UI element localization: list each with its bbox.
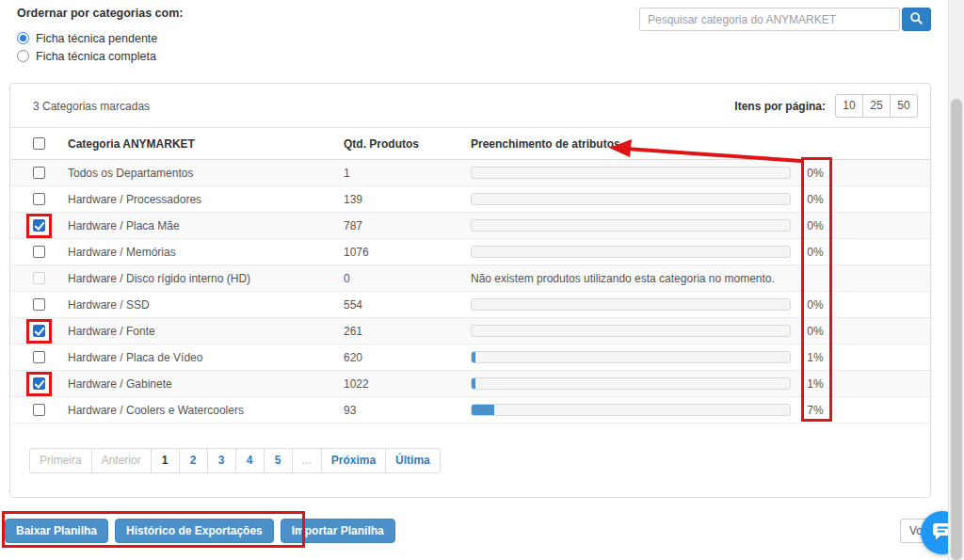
- sort-radio-option[interactable]: Ficha técnica pendente: [17, 29, 157, 47]
- row-checkbox[interactable]: [33, 167, 45, 179]
- table-row: Hardware / Gabinete10221%: [10, 371, 930, 397]
- action-button[interactable]: Importar Planilha: [281, 519, 395, 543]
- qty-cell: 620: [344, 351, 362, 364]
- search-bar: [639, 8, 931, 31]
- pagination-anterior: Anterior: [91, 448, 152, 473]
- panel-header: 3 Categorias marcadas Itens por página: …: [10, 84, 930, 128]
- table-row: Todos os Departamentos10%: [10, 160, 930, 186]
- items-per-page-label: Itens por página:: [734, 100, 826, 113]
- annotation-checkbox-box: [26, 372, 52, 396]
- progress-bar: [471, 351, 791, 363]
- progress-bar: [471, 377, 791, 390]
- pagination-primeira: Primeira: [29, 448, 92, 473]
- annotation-checkbox-box: [26, 214, 52, 238]
- row-checkbox[interactable]: [33, 193, 45, 205]
- percent-cell: 0%: [799, 298, 831, 312]
- radio-unselected-icon[interactable]: [17, 50, 29, 62]
- percent-cell: 1%: [799, 377, 831, 391]
- category-cell: Hardware / Memórias: [68, 246, 176, 259]
- action-button[interactable]: Histórico de Exportações: [115, 519, 274, 543]
- qty-cell: 93: [344, 404, 356, 417]
- marked-categories-summary: 3 Categorias marcadas: [33, 100, 150, 113]
- category-cell: Hardware / Gabinete: [68, 377, 172, 391]
- action-button[interactable]: Baixar Planilha: [5, 519, 108, 543]
- search-button[interactable]: [902, 8, 931, 31]
- table-row: Hardware / Placa Mãe7870%: [10, 213, 930, 239]
- progress-bar: [471, 246, 791, 258]
- categories-panel: 3 Categorias marcadas Itens por página: …: [9, 83, 931, 498]
- annotation-checkbox-box: [26, 319, 52, 344]
- pagination-ltima[interactable]: Última: [385, 448, 441, 473]
- pagination-4[interactable]: 4: [235, 448, 265, 473]
- page-size-option-50[interactable]: 50: [890, 94, 918, 118]
- row-checkbox[interactable]: [33, 351, 45, 363]
- qty-cell: 787: [344, 219, 362, 232]
- progress-bar: [471, 219, 791, 232]
- qty-cell: 554: [344, 298, 362, 312]
- progress-fill: [472, 352, 475, 362]
- progress-bar: [471, 167, 791, 179]
- progress-bar: [471, 325, 791, 337]
- page-size-option-10[interactable]: 10: [835, 94, 863, 118]
- sort-radio-group: Ficha técnica pendenteFicha técnica comp…: [17, 29, 157, 65]
- percent-cell: 0%: [799, 193, 831, 206]
- column-header-qty: Qtd. Produtos: [344, 137, 419, 151]
- category-cell: Todos os Departamentos: [68, 167, 193, 180]
- progress-fill: [472, 405, 494, 415]
- percent-cell: 0%: [799, 167, 831, 180]
- pagination: PrimeiraAnterior12345...PróximaÚltima: [29, 448, 441, 473]
- progress-bar: [471, 298, 791, 311]
- progress-bar: [471, 404, 791, 416]
- percent-cell: 0%: [799, 219, 831, 232]
- qty-cell: 1: [344, 167, 350, 180]
- empty-category-message: Não existem produtos utilizando esta cat…: [471, 272, 775, 285]
- pagination-2[interactable]: 2: [179, 448, 208, 473]
- page-scrollbar-track: [948, 0, 964, 560]
- pagination-3[interactable]: 3: [207, 448, 236, 473]
- sort-radio-option[interactable]: Ficha técnica completa: [17, 47, 157, 65]
- table-row: Hardware / Disco rígido interno (HD)0Não…: [10, 265, 930, 292]
- table-row: Hardware / SSD5540%: [10, 292, 930, 318]
- percent-cell: 0%: [799, 246, 831, 259]
- qty-cell: 261: [344, 325, 362, 338]
- radio-selected-icon[interactable]: [17, 32, 29, 44]
- page-size-group: 102550: [835, 94, 918, 118]
- column-header-progress: Preenchimento de atributos: [471, 137, 620, 151]
- table-row: Hardware / Placa de Vídeo6201%: [10, 344, 930, 371]
- pagination-5[interactable]: 5: [264, 448, 293, 473]
- category-cell: Hardware / Fonte: [68, 325, 155, 338]
- progress-bar: [471, 193, 791, 205]
- qty-cell: 1022: [344, 377, 369, 391]
- table-row: Hardware / Memórias10760%: [10, 239, 930, 265]
- search-input[interactable]: [639, 8, 900, 31]
- radio-label: Ficha técnica pendente: [36, 32, 157, 45]
- row-checkbox[interactable]: [33, 246, 45, 258]
- table-header: Categoria ANYMARKET Qtd. Produtos Preenc…: [10, 128, 930, 160]
- pagination-1[interactable]: 1: [151, 448, 180, 473]
- percent-cell: 7%: [799, 404, 831, 417]
- qty-cell: 139: [344, 193, 362, 206]
- qty-cell: 0: [344, 272, 350, 285]
- column-header-category: Categoria ANYMARKET: [68, 137, 195, 151]
- page-size-option-25[interactable]: 25: [862, 94, 891, 118]
- category-cell: Hardware / Processadores: [68, 193, 201, 206]
- category-cell: Hardware / Coolers e Watercoolers: [68, 404, 244, 417]
- category-cell: Hardware / Placa de Vídeo: [68, 351, 202, 364]
- category-cell: Hardware / Placa Mãe: [68, 219, 180, 232]
- bottom-actions: Baixar PlanilhaHistórico de ExportaçõesI…: [5, 519, 395, 543]
- category-cell: Hardware / Disco rígido interno (HD): [68, 272, 250, 285]
- pagination-: ...: [292, 448, 322, 473]
- page-scrollbar-thumb[interactable]: [951, 99, 962, 560]
- row-checkbox[interactable]: [33, 298, 45, 311]
- radio-label: Ficha técnica completa: [36, 50, 156, 63]
- table-body: Todos os Departamentos10%Hardware / Proc…: [10, 160, 930, 424]
- search-icon: [909, 11, 924, 28]
- table-row: Hardware / Fonte2610%: [10, 318, 930, 344]
- select-all-checkbox[interactable]: [33, 137, 45, 150]
- table-row: Hardware / Coolers e Watercoolers937%: [10, 397, 930, 424]
- row-checkbox[interactable]: [33, 404, 45, 416]
- percent-cell: 1%: [799, 351, 831, 364]
- row-checkbox: [33, 272, 45, 284]
- items-per-page: Itens por página: 102550: [734, 94, 918, 118]
- pagination-prxima[interactable]: Próxima: [321, 448, 386, 473]
